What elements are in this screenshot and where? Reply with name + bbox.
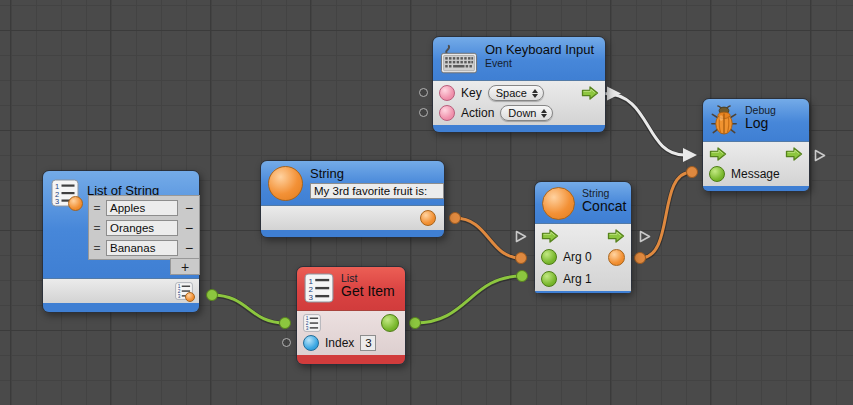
- keyboard-icon: [440, 44, 478, 75]
- message-port-label: Message: [731, 167, 780, 181]
- list-editor: = Apples − = Oranges − = Bananas −: [88, 195, 200, 260]
- dropdown-arrows-icon: [541, 109, 547, 118]
- list-out-port[interactable]: [175, 282, 193, 300]
- item-out-port[interactable]: [381, 314, 399, 332]
- list-item-row: = Bananas −: [92, 238, 196, 257]
- arg0-port[interactable]: [541, 249, 557, 265]
- key-port-label: Key: [461, 86, 482, 100]
- action-dropdown[interactable]: Down: [500, 105, 553, 121]
- wire-getitem-to-concat-arg1[interactable]: [415, 276, 522, 323]
- list-item-row: = Apples −: [92, 198, 196, 217]
- remove-item-button[interactable]: −: [182, 241, 196, 255]
- arg1-port[interactable]: [541, 271, 557, 287]
- drag-handle-icon[interactable]: =: [92, 221, 102, 235]
- flow-out-port[interactable]: [785, 145, 803, 163]
- wire-dot: [450, 213, 461, 224]
- wire-string-to-concat-arg0[interactable]: [455, 218, 521, 258]
- dropdown-arrows-icon: [532, 89, 538, 98]
- node-title: Get Item: [341, 284, 395, 299]
- key-port[interactable]: [439, 85, 455, 101]
- unconnected-flow-indicator[interactable]: [515, 230, 527, 243]
- node-title: Concat: [582, 199, 626, 214]
- key-dropdown-value: Space: [496, 87, 527, 99]
- node-title: On Keyboard Input: [485, 42, 594, 57]
- node-title: Log: [745, 116, 776, 131]
- list-icon: [303, 314, 321, 332]
- wire-dot: [687, 167, 698, 178]
- wire-flow-end-arrowhead: [683, 148, 697, 162]
- key-dropdown[interactable]: Space: [488, 85, 544, 101]
- node-list-of-string[interactable]: List of String = Apples − = Oranges − = …: [42, 170, 200, 313]
- flow-in-port[interactable]: [541, 227, 559, 245]
- list-item-input[interactable]: Apples: [106, 200, 178, 216]
- wire-dot: [280, 318, 291, 329]
- node-debug-log[interactable]: Debug Log Message: [702, 98, 810, 192]
- action-port[interactable]: [439, 105, 455, 121]
- bug-icon: [710, 104, 738, 136]
- node-title: String: [310, 166, 444, 181]
- wire-list-to-getitem[interactable]: [212, 295, 285, 323]
- wire-dot: [517, 271, 528, 282]
- unconnected-port-indicator[interactable]: [282, 338, 291, 347]
- index-port-label: Index: [325, 336, 354, 350]
- arg0-port-label: Arg 0: [563, 250, 592, 264]
- wire-dot: [207, 290, 218, 301]
- action-port-label: Action: [461, 106, 494, 120]
- drag-handle-icon[interactable]: =: [92, 201, 102, 215]
- flow-in-port[interactable]: [709, 145, 727, 163]
- result-out-port[interactable]: [608, 249, 625, 266]
- arg1-port-label: Arg 1: [563, 272, 592, 286]
- unconnected-flow-indicator[interactable]: [814, 149, 826, 162]
- wire-dot: [410, 318, 421, 329]
- node-list-get-item[interactable]: List Get Item Index 3: [296, 266, 406, 365]
- list-item-row: = Oranges −: [92, 218, 196, 237]
- node-subtitle: Event: [485, 57, 594, 69]
- remove-item-button[interactable]: −: [182, 221, 196, 235]
- list-icon: [304, 273, 334, 303]
- add-item-button[interactable]: +: [170, 258, 200, 275]
- action-dropdown-value: Down: [508, 107, 536, 119]
- string-type-icon: [268, 166, 303, 201]
- list-in-port[interactable]: [303, 314, 321, 332]
- node-string-literal[interactable]: String My 3rd favorite fruit is:: [260, 160, 445, 238]
- node-string-concat[interactable]: String Concat Arg 0 Arg 1: [534, 181, 632, 294]
- unconnected-port-indicator[interactable]: [419, 88, 428, 97]
- flow-out-port[interactable]: [607, 227, 625, 245]
- index-port[interactable]: [303, 335, 319, 351]
- string-type-badge-icon: [68, 196, 83, 211]
- index-input[interactable]: 3: [360, 335, 376, 351]
- drag-handle-icon[interactable]: =: [92, 241, 102, 255]
- string-value-input[interactable]: My 3rd favorite fruit is:: [310, 183, 444, 199]
- list-item-input[interactable]: Oranges: [106, 220, 178, 236]
- message-port[interactable]: [709, 166, 725, 182]
- unconnected-port-indicator[interactable]: [419, 108, 428, 117]
- string-type-badge-icon: [185, 292, 195, 302]
- node-on-keyboard-input[interactable]: On Keyboard Input Event Key Space Action…: [432, 36, 606, 133]
- string-type-icon: [542, 187, 575, 220]
- flow-out-port[interactable]: [581, 84, 599, 102]
- list-item-input[interactable]: Bananas: [106, 240, 178, 256]
- string-out-port[interactable]: [420, 210, 436, 226]
- wire-dot: [635, 253, 646, 264]
- unconnected-flow-indicator[interactable]: [639, 230, 651, 243]
- wire-concat-to-message[interactable]: [640, 172, 692, 258]
- wire-dot: [516, 253, 527, 264]
- remove-item-button[interactable]: −: [182, 201, 196, 215]
